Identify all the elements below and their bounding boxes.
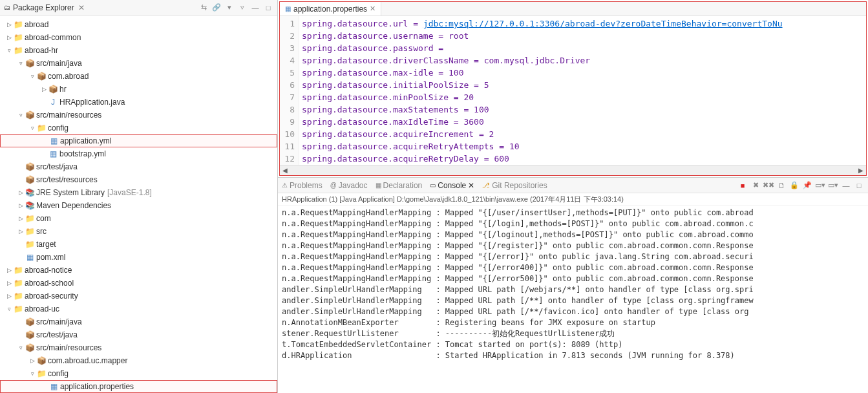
tree-item-application-properties[interactable]: ▦application.properties xyxy=(0,380,277,393)
code-line[interactable]: spring.datasource.maxStatements = 100 xyxy=(302,103,866,116)
maximize-icon[interactable]: □ xyxy=(263,3,273,13)
code-line[interactable]: spring.datasource.driverClassName = com.… xyxy=(302,54,866,67)
minimize-bottom-icon[interactable]: — xyxy=(841,180,851,191)
tree-item-src-test-resources[interactable]: 📦src/test/resources xyxy=(0,173,277,186)
tab-problems[interactable]: ⚠ Problems xyxy=(282,181,323,190)
tree-item-bootstrap-yml[interactable]: ▦bootstrap.yml xyxy=(0,147,277,160)
tree-item-src-main-resources[interactable]: ▿📦src/main/resources xyxy=(0,341,277,354)
tree-item-abroad-school[interactable]: ▷📁abroad-school xyxy=(0,277,277,290)
tree-item-src-test-java[interactable]: 📦src/test/java xyxy=(0,160,277,173)
expand-arrow-icon[interactable]: ▿ xyxy=(5,47,13,54)
close-icon[interactable]: ✕ xyxy=(78,3,85,12)
tree-item-target[interactable]: 📁target xyxy=(0,238,277,251)
scroll-lock-icon[interactable]: 🔒 xyxy=(789,180,799,191)
tab-javadoc[interactable]: @ Javadoc xyxy=(330,181,368,190)
tree-item-src-test-java[interactable]: 📦src/test/java xyxy=(0,328,277,341)
expand-arrow-icon[interactable]: ▷ xyxy=(17,202,25,209)
tree-item-src-main-java[interactable]: ▿📦src/main/java xyxy=(0,57,277,70)
tree-item-abroad-hr[interactable]: ▿📁abroad-hr xyxy=(0,44,277,57)
tree-item-hr[interactable]: ▷📦hr xyxy=(0,83,277,96)
remove-all-terminated-icon[interactable]: ✖✖ xyxy=(763,180,774,191)
tree-item-com-abroad-uc-mapper[interactable]: ▷📦com.abroad.uc.mapper xyxy=(0,354,277,367)
tab-declaration[interactable]: ▦ Declaration xyxy=(376,181,423,190)
close-tab-icon[interactable]: ✕ xyxy=(370,5,376,13)
expand-arrow-icon[interactable]: ▿ xyxy=(17,345,25,351)
expand-arrow-icon[interactable]: ▷ xyxy=(40,86,48,92)
tab-console[interactable]: ▭ Console ✕ xyxy=(430,181,474,190)
link-editor-icon[interactable]: 🔗 xyxy=(211,3,222,13)
tree-item-maven-dependencies[interactable]: ▷📚Maven Dependencies xyxy=(0,199,277,212)
code-line[interactable]: spring.datasource.username = root xyxy=(302,30,866,42)
code-line[interactable]: spring.datasource.url = jdbc:mysql://127… xyxy=(302,17,866,30)
expand-arrow-icon[interactable]: ▷ xyxy=(17,228,25,235)
pkg-icon: 📦 xyxy=(36,71,47,81)
tree-item-abroad[interactable]: ▷📁abroad xyxy=(0,18,277,31)
editor-tab-application-properties[interactable]: ▦ application.properties ✕ xyxy=(280,2,381,16)
expand-arrow-icon[interactable]: ▷ xyxy=(28,357,36,364)
code-line[interactable]: spring.datasource.minPoolSize = 20 xyxy=(302,91,866,103)
close-console-icon[interactable]: ✕ xyxy=(468,181,474,190)
file-icon: ▦ xyxy=(48,149,58,159)
editor-horizontal-scrollbar[interactable]: ◀ ▶ xyxy=(280,165,866,175)
expand-arrow-icon[interactable]: ▷ xyxy=(5,293,13,299)
scroll-left-arrow-icon[interactable]: ◀ xyxy=(280,167,290,174)
code-line[interactable]: spring.datasource.acquireIncrement = 2 xyxy=(302,128,866,140)
expand-arrow-icon[interactable]: ▿ xyxy=(28,125,36,131)
tree-item-label: src xyxy=(36,227,47,236)
expand-arrow-icon[interactable]: ▷ xyxy=(5,21,13,28)
code-line[interactable]: spring.datasource.initialPoolSize = 5 xyxy=(302,79,866,91)
tree-item-config[interactable]: ▿📁config xyxy=(0,367,277,380)
expand-arrow-icon[interactable]: ▿ xyxy=(5,306,13,312)
expand-arrow-icon[interactable]: ▷ xyxy=(17,215,25,222)
tree-item-jre-system-library[interactable]: ▷📚JRE System Library[JavaSE-1.8] xyxy=(0,186,277,199)
code-line[interactable]: spring.datasource.acquireRetryAttempts =… xyxy=(302,140,866,153)
expand-arrow-icon[interactable]: ▷ xyxy=(5,34,13,41)
tree-item-abroad-security[interactable]: ▷📁abroad-security xyxy=(0,290,277,303)
expand-arrow-icon[interactable]: ▿ xyxy=(17,60,25,67)
collapse-all-icon[interactable]: ⇆ xyxy=(198,3,209,13)
expand-arrow-icon[interactable]: ▷ xyxy=(17,189,25,196)
code-line[interactable]: spring.datasource.password = xyxy=(302,42,866,54)
console-line: t.TomcatEmbeddedServletContainer : Tomca… xyxy=(282,339,864,350)
tree-item-label: abroad-security xyxy=(25,292,78,301)
tree-item-src-main-java[interactable]: 📦src/main/java xyxy=(0,315,277,328)
clear-console-icon[interactable]: 🗋 xyxy=(776,180,787,191)
scroll-right-arrow-icon[interactable]: ▶ xyxy=(856,167,866,174)
display-selected-console-icon[interactable]: ▭▾ xyxy=(815,180,825,191)
terminate-icon[interactable]: ■ xyxy=(737,180,748,191)
tree-item-abroad-common[interactable]: ▷📁abroad-common xyxy=(0,31,277,44)
code-line[interactable]: spring.datasource.max-idle = 100 xyxy=(302,67,866,79)
tree-item-config[interactable]: ▿📁config xyxy=(0,122,277,134)
code-line[interactable]: spring.datasource.acquireRetryDelay = 60… xyxy=(302,153,866,165)
tree-item-label: com.abroad.uc.mapper xyxy=(48,356,127,365)
tree-item-application-yml[interactable]: ▦application.yml xyxy=(0,134,277,147)
pkg-icon: 📦 xyxy=(25,110,35,120)
editor-code[interactable]: spring.datasource.url = jdbc:mysql://127… xyxy=(299,16,866,165)
expand-arrow-icon[interactable]: ▷ xyxy=(5,280,13,286)
minimize-icon[interactable]: — xyxy=(250,3,260,13)
jdbc-url-link[interactable]: jdbc:mysql://127.0.0.1:3306/abroad-dev?z… xyxy=(423,19,783,28)
tab-git-repositories[interactable]: ⎇ Git Repositories xyxy=(482,181,547,190)
open-console-icon[interactable]: ▭▾ xyxy=(828,180,838,191)
tree-item-abroad-notice[interactable]: ▷📁abroad-notice xyxy=(0,264,277,277)
code-line[interactable]: spring.datasource.maxIdleTime = 3600 xyxy=(302,116,866,128)
expand-arrow-icon[interactable]: ▿ xyxy=(17,112,25,118)
expand-arrow-icon[interactable]: ▿ xyxy=(28,73,36,80)
editor-content[interactable]: 123456789101112 spring.datasource.url = … xyxy=(280,16,866,165)
tree-item-abroad-uc[interactable]: ▿📁abroad-uc xyxy=(0,303,277,315)
view-menu-icon[interactable]: ▿ xyxy=(237,3,248,13)
tree-item-hrapplication-java[interactable]: JHRApplication.java xyxy=(0,96,277,109)
package-tree[interactable]: ▷📁abroad▷📁abroad-common▿📁abroad-hr▿📦src/… xyxy=(0,16,277,393)
console-output[interactable]: n.a.RequestMappingHandlerMapping : Mappe… xyxy=(278,206,868,393)
filter-icon[interactable]: ▾ xyxy=(224,3,235,13)
tree-item-com[interactable]: ▷📁com xyxy=(0,212,277,225)
tree-item-pom-xml[interactable]: ▦pom.xml xyxy=(0,251,277,264)
maximize-bottom-icon[interactable]: □ xyxy=(854,180,864,191)
tree-item-src-main-resources[interactable]: ▿📦src/main/resources xyxy=(0,109,277,122)
tree-item-com-abroad[interactable]: ▿📦com.abroad xyxy=(0,70,277,83)
expand-arrow-icon[interactable]: ▿ xyxy=(28,370,36,377)
tree-item-src[interactable]: ▷📁src xyxy=(0,225,277,238)
expand-arrow-icon[interactable]: ▷ xyxy=(5,267,13,273)
remove-launch-icon[interactable]: ✖ xyxy=(750,180,761,191)
pin-console-icon[interactable]: 📌 xyxy=(802,180,812,191)
